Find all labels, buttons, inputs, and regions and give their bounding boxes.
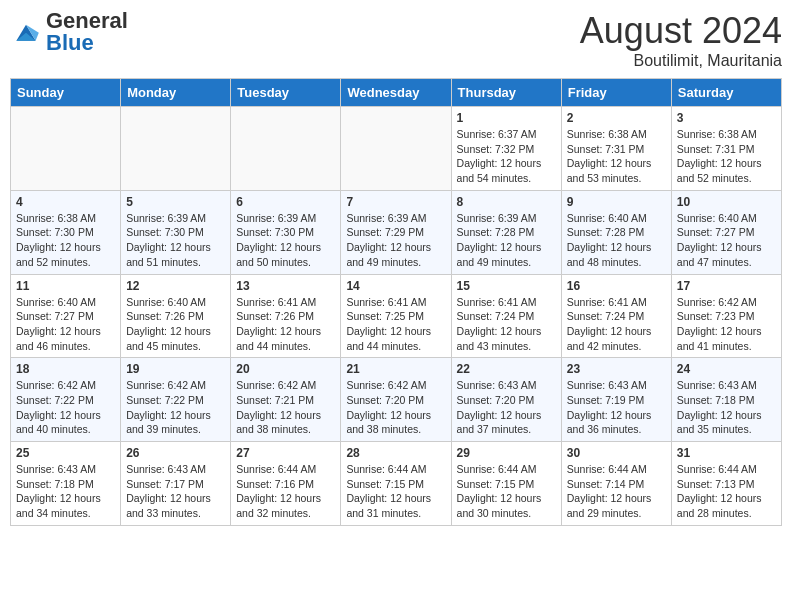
day-header-friday: Friday — [561, 79, 671, 107]
calendar-cell: 9Sunrise: 6:40 AMSunset: 7:28 PMDaylight… — [561, 190, 671, 274]
day-number: 20 — [236, 362, 335, 376]
calendar-cell: 8Sunrise: 6:39 AMSunset: 7:28 PMDaylight… — [451, 190, 561, 274]
day-number: 27 — [236, 446, 335, 460]
calendar-cell: 15Sunrise: 6:41 AMSunset: 7:24 PMDayligh… — [451, 274, 561, 358]
calendar-week-row: 11Sunrise: 6:40 AMSunset: 7:27 PMDayligh… — [11, 274, 782, 358]
calendar-cell: 23Sunrise: 6:43 AMSunset: 7:19 PMDayligh… — [561, 358, 671, 442]
calendar-cell: 24Sunrise: 6:43 AMSunset: 7:18 PMDayligh… — [671, 358, 781, 442]
day-number: 23 — [567, 362, 666, 376]
day-info: Sunrise: 6:42 AMSunset: 7:23 PMDaylight:… — [677, 295, 776, 354]
day-info: Sunrise: 6:44 AMSunset: 7:14 PMDaylight:… — [567, 462, 666, 521]
day-info: Sunrise: 6:43 AMSunset: 7:17 PMDaylight:… — [126, 462, 225, 521]
calendar-cell: 31Sunrise: 6:44 AMSunset: 7:13 PMDayligh… — [671, 442, 781, 526]
calendar-cell — [121, 107, 231, 191]
calendar-week-row: 18Sunrise: 6:42 AMSunset: 7:22 PMDayligh… — [11, 358, 782, 442]
day-info: Sunrise: 6:41 AMSunset: 7:25 PMDaylight:… — [346, 295, 445, 354]
day-number: 10 — [677, 195, 776, 209]
calendar-cell: 25Sunrise: 6:43 AMSunset: 7:18 PMDayligh… — [11, 442, 121, 526]
day-info: Sunrise: 6:43 AMSunset: 7:18 PMDaylight:… — [677, 378, 776, 437]
calendar-cell: 10Sunrise: 6:40 AMSunset: 7:27 PMDayligh… — [671, 190, 781, 274]
day-header-tuesday: Tuesday — [231, 79, 341, 107]
day-number: 4 — [16, 195, 115, 209]
day-info: Sunrise: 6:41 AMSunset: 7:24 PMDaylight:… — [567, 295, 666, 354]
calendar-header-row: SundayMondayTuesdayWednesdayThursdayFrid… — [11, 79, 782, 107]
day-info: Sunrise: 6:38 AMSunset: 7:31 PMDaylight:… — [677, 127, 776, 186]
calendar-cell: 20Sunrise: 6:42 AMSunset: 7:21 PMDayligh… — [231, 358, 341, 442]
calendar-cell: 11Sunrise: 6:40 AMSunset: 7:27 PMDayligh… — [11, 274, 121, 358]
day-info: Sunrise: 6:39 AMSunset: 7:30 PMDaylight:… — [126, 211, 225, 270]
day-header-sunday: Sunday — [11, 79, 121, 107]
calendar-cell: 14Sunrise: 6:41 AMSunset: 7:25 PMDayligh… — [341, 274, 451, 358]
day-number: 28 — [346, 446, 445, 460]
title-block: August 2024 Boutilimit, Mauritania — [580, 10, 782, 70]
day-info: Sunrise: 6:42 AMSunset: 7:21 PMDaylight:… — [236, 378, 335, 437]
calendar-cell — [341, 107, 451, 191]
day-header-monday: Monday — [121, 79, 231, 107]
calendar-cell: 17Sunrise: 6:42 AMSunset: 7:23 PMDayligh… — [671, 274, 781, 358]
day-info: Sunrise: 6:43 AMSunset: 7:20 PMDaylight:… — [457, 378, 556, 437]
calendar-cell: 6Sunrise: 6:39 AMSunset: 7:30 PMDaylight… — [231, 190, 341, 274]
day-number: 15 — [457, 279, 556, 293]
day-number: 18 — [16, 362, 115, 376]
day-number: 5 — [126, 195, 225, 209]
day-header-saturday: Saturday — [671, 79, 781, 107]
day-info: Sunrise: 6:41 AMSunset: 7:26 PMDaylight:… — [236, 295, 335, 354]
day-info: Sunrise: 6:39 AMSunset: 7:29 PMDaylight:… — [346, 211, 445, 270]
calendar-cell: 28Sunrise: 6:44 AMSunset: 7:15 PMDayligh… — [341, 442, 451, 526]
page-header: General Blue August 2024 Boutilimit, Mau… — [10, 10, 782, 70]
day-info: Sunrise: 6:43 AMSunset: 7:19 PMDaylight:… — [567, 378, 666, 437]
day-info: Sunrise: 6:44 AMSunset: 7:13 PMDaylight:… — [677, 462, 776, 521]
calendar-cell — [231, 107, 341, 191]
day-info: Sunrise: 6:42 AMSunset: 7:20 PMDaylight:… — [346, 378, 445, 437]
day-number: 12 — [126, 279, 225, 293]
day-number: 25 — [16, 446, 115, 460]
calendar-week-row: 25Sunrise: 6:43 AMSunset: 7:18 PMDayligh… — [11, 442, 782, 526]
calendar-cell: 22Sunrise: 6:43 AMSunset: 7:20 PMDayligh… — [451, 358, 561, 442]
calendar-cell: 19Sunrise: 6:42 AMSunset: 7:22 PMDayligh… — [121, 358, 231, 442]
month-year: August 2024 — [580, 10, 782, 52]
day-number: 22 — [457, 362, 556, 376]
day-info: Sunrise: 6:38 AMSunset: 7:30 PMDaylight:… — [16, 211, 115, 270]
logo: General Blue — [10, 10, 128, 54]
day-number: 24 — [677, 362, 776, 376]
day-number: 21 — [346, 362, 445, 376]
calendar-cell: 13Sunrise: 6:41 AMSunset: 7:26 PMDayligh… — [231, 274, 341, 358]
day-number: 6 — [236, 195, 335, 209]
day-number: 16 — [567, 279, 666, 293]
logo-blue-text: Blue — [46, 30, 94, 55]
calendar-cell: 7Sunrise: 6:39 AMSunset: 7:29 PMDaylight… — [341, 190, 451, 274]
location: Boutilimit, Mauritania — [580, 52, 782, 70]
day-info: Sunrise: 6:42 AMSunset: 7:22 PMDaylight:… — [16, 378, 115, 437]
day-number: 31 — [677, 446, 776, 460]
calendar-cell: 29Sunrise: 6:44 AMSunset: 7:15 PMDayligh… — [451, 442, 561, 526]
day-info: Sunrise: 6:44 AMSunset: 7:15 PMDaylight:… — [346, 462, 445, 521]
calendar-cell: 26Sunrise: 6:43 AMSunset: 7:17 PMDayligh… — [121, 442, 231, 526]
calendar-cell: 30Sunrise: 6:44 AMSunset: 7:14 PMDayligh… — [561, 442, 671, 526]
logo-icon — [10, 18, 42, 46]
day-info: Sunrise: 6:43 AMSunset: 7:18 PMDaylight:… — [16, 462, 115, 521]
day-number: 1 — [457, 111, 556, 125]
day-header-thursday: Thursday — [451, 79, 561, 107]
calendar-cell: 2Sunrise: 6:38 AMSunset: 7:31 PMDaylight… — [561, 107, 671, 191]
calendar-week-row: 4Sunrise: 6:38 AMSunset: 7:30 PMDaylight… — [11, 190, 782, 274]
day-number: 11 — [16, 279, 115, 293]
calendar-cell: 5Sunrise: 6:39 AMSunset: 7:30 PMDaylight… — [121, 190, 231, 274]
day-number: 2 — [567, 111, 666, 125]
day-number: 14 — [346, 279, 445, 293]
day-info: Sunrise: 6:39 AMSunset: 7:28 PMDaylight:… — [457, 211, 556, 270]
day-number: 9 — [567, 195, 666, 209]
calendar-cell: 27Sunrise: 6:44 AMSunset: 7:16 PMDayligh… — [231, 442, 341, 526]
day-number: 7 — [346, 195, 445, 209]
day-info: Sunrise: 6:40 AMSunset: 7:27 PMDaylight:… — [677, 211, 776, 270]
day-number: 8 — [457, 195, 556, 209]
calendar-cell: 21Sunrise: 6:42 AMSunset: 7:20 PMDayligh… — [341, 358, 451, 442]
day-info: Sunrise: 6:39 AMSunset: 7:30 PMDaylight:… — [236, 211, 335, 270]
calendar-table: SundayMondayTuesdayWednesdayThursdayFrid… — [10, 78, 782, 526]
day-number: 13 — [236, 279, 335, 293]
day-info: Sunrise: 6:37 AMSunset: 7:32 PMDaylight:… — [457, 127, 556, 186]
calendar-week-row: 1Sunrise: 6:37 AMSunset: 7:32 PMDaylight… — [11, 107, 782, 191]
day-info: Sunrise: 6:40 AMSunset: 7:27 PMDaylight:… — [16, 295, 115, 354]
calendar-cell: 12Sunrise: 6:40 AMSunset: 7:26 PMDayligh… — [121, 274, 231, 358]
calendar-cell: 1Sunrise: 6:37 AMSunset: 7:32 PMDaylight… — [451, 107, 561, 191]
day-number: 19 — [126, 362, 225, 376]
